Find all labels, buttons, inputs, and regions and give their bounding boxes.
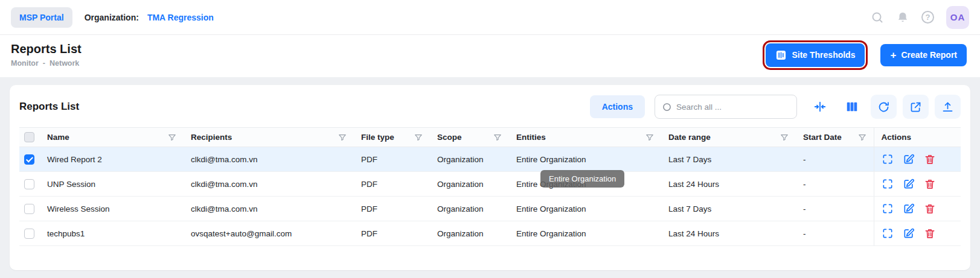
entities-tooltip: Entire Organization — [540, 170, 624, 188]
toolbar: Actions — [590, 95, 961, 119]
plus-icon: + — [890, 50, 896, 60]
table-row: Wired Report 2 clkdi@tma.com.vn PDF Orga… — [19, 147, 961, 172]
column-header[interactable]: Recipients — [184, 128, 354, 147]
column-label: Entities — [516, 133, 546, 142]
row-checkbox[interactable] — [24, 229, 34, 239]
delete-icon[interactable] — [924, 227, 936, 239]
open-external-icon[interactable] — [903, 95, 929, 119]
column-header[interactable]: Entities — [509, 128, 661, 147]
column-label: File type — [361, 133, 394, 142]
card-header: Reports List Actions — [19, 95, 961, 119]
site-thresholds-button[interactable]: Site Thresholds — [766, 43, 865, 67]
search-box — [655, 95, 797, 119]
column-header[interactable]: Start Date — [796, 128, 874, 147]
row-checkbox[interactable] — [24, 154, 34, 165]
edit-icon[interactable] — [903, 227, 915, 239]
create-report-label: Create Report — [901, 50, 957, 60]
table-row: techpubs1 ovsqatest+auto@gmail.com PDF O… — [19, 221, 961, 246]
filter-icon[interactable] — [338, 133, 347, 142]
breadcrumb-network[interactable]: Network — [50, 59, 79, 68]
organization-name-link[interactable]: TMA Regression — [147, 13, 214, 22]
column-header[interactable]: Name — [40, 128, 184, 147]
avatar[interactable]: OA — [946, 6, 969, 29]
fullscreen-icon[interactable] — [882, 203, 894, 215]
select-all-checkbox[interactable] — [24, 132, 34, 142]
search-circle-icon — [662, 103, 671, 112]
cell-entities: Entire Organization — [509, 221, 661, 246]
cell-startdate: - — [796, 221, 874, 246]
column-header[interactable]: Actions — [874, 128, 961, 147]
help-icon[interactable] — [921, 11, 934, 24]
filter-icon[interactable] — [493, 133, 502, 142]
cell-entities: Entire Organization — [509, 147, 661, 172]
columns-icon[interactable] — [839, 95, 865, 119]
delete-icon[interactable] — [924, 153, 936, 165]
cell-name: UNP Session — [40, 172, 184, 197]
column-label: Scope — [437, 133, 462, 142]
delete-icon[interactable] — [924, 178, 936, 190]
cell-filetype: PDF — [354, 172, 430, 197]
collapse-columns-icon[interactable] — [807, 95, 833, 119]
column-label: Recipients — [191, 133, 232, 142]
cell-startdate: - — [796, 147, 874, 172]
row-checkbox[interactable] — [24, 204, 34, 214]
cell-recipients: clkdi@tma.com.vn — [184, 197, 354, 221]
page-title: Reports List — [11, 42, 82, 56]
breadcrumb-monitor[interactable]: Monitor — [11, 59, 39, 68]
table-header-row: Name Recipients File type Scope — [19, 128, 961, 147]
export-upload-icon[interactable] — [935, 95, 961, 119]
column-label: Start Date — [803, 133, 842, 142]
body-area: Reports List Actions — [0, 77, 980, 278]
organization-label: Organization: — [85, 13, 139, 22]
panel-title: Reports List — [19, 101, 79, 113]
search-icon[interactable] — [871, 11, 884, 24]
breadcrumb-separator: - — [43, 59, 45, 68]
filter-icon[interactable] — [858, 133, 866, 142]
table-row: UNP Session clkdi@tma.com.vn PDF Organiz… — [19, 172, 961, 197]
page-header-left: Reports List Monitor - Network — [11, 42, 82, 68]
thresholds-icon — [775, 49, 787, 61]
edit-icon[interactable] — [903, 178, 915, 190]
refresh-icon[interactable] — [871, 95, 897, 119]
column-header[interactable]: Scope — [430, 128, 509, 147]
cell-recipients: clkdi@tma.com.vn — [184, 147, 354, 172]
actions-button[interactable]: Actions — [590, 95, 645, 118]
cell-recipients: clkdi@tma.com.vn — [184, 172, 354, 197]
topbar: MSP Portal Organization: TMA Regression … — [0, 0, 980, 35]
filter-icon[interactable] — [645, 133, 654, 142]
cell-startdate: - — [796, 197, 874, 221]
site-thresholds-label: Site Thresholds — [792, 50, 855, 60]
cell-filetype: PDF — [354, 197, 430, 221]
reports-table: Name Recipients File type Scope — [19, 127, 961, 246]
topbar-right: OA — [871, 6, 969, 29]
row-checkbox[interactable] — [24, 179, 34, 189]
bell-icon[interactable] — [896, 11, 909, 24]
cell-daterange: Last 7 Days — [661, 197, 796, 221]
search-input[interactable] — [676, 103, 789, 112]
edit-icon[interactable] — [903, 203, 915, 215]
column-header[interactable]: Date range — [661, 128, 796, 147]
page-header: Reports List Monitor - Network Site Thre… — [0, 35, 980, 77]
cell-filetype: PDF — [354, 147, 430, 172]
filter-icon[interactable] — [168, 133, 176, 142]
fullscreen-icon[interactable] — [882, 227, 894, 239]
create-report-button[interactable]: + Create Report — [880, 44, 967, 66]
column-label: Actions — [882, 133, 912, 142]
table-body: Wired Report 2 clkdi@tma.com.vn PDF Orga… — [19, 147, 961, 246]
filter-icon[interactable] — [414, 133, 423, 142]
filter-icon[interactable] — [780, 133, 789, 142]
column-label: Name — [47, 133, 69, 142]
cell-name: Wired Report 2 — [40, 147, 184, 172]
page: MSP Portal Organization: TMA Regression … — [0, 0, 980, 278]
column-header[interactable]: File type — [354, 128, 430, 147]
edit-icon[interactable] — [903, 153, 915, 165]
fullscreen-icon[interactable] — [882, 153, 894, 165]
cell-daterange: Last 7 Days — [661, 147, 796, 172]
cell-recipients: ovsqatest+auto@gmail.com — [184, 221, 354, 246]
cell-name: Wireless Session — [40, 197, 184, 221]
table-row: Wireless Session clkdi@tma.com.vn PDF Or… — [19, 197, 961, 221]
msp-portal-button[interactable]: MSP Portal — [11, 7, 72, 28]
cell-scope: Organization — [430, 221, 509, 246]
delete-icon[interactable] — [924, 203, 936, 215]
fullscreen-icon[interactable] — [882, 178, 894, 190]
